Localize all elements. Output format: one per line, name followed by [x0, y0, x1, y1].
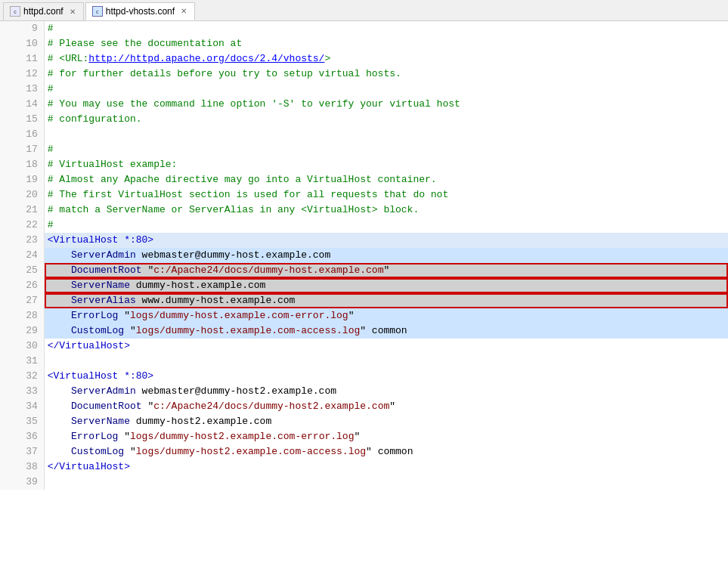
line-content[interactable]: </VirtualHost>: [45, 339, 728, 354]
table-row: 25 DocumentRoot "c:/Apache24/docs/dummy-…: [0, 263, 728, 278]
table-row: 23<VirtualHost *:80>: [0, 233, 728, 248]
line-content[interactable]: </VirtualHost>: [45, 459, 728, 475]
table-row: 34 DocumentRoot "c:/Apache24/docs/dummy-…: [0, 399, 728, 414]
line-number: 26: [0, 278, 45, 293]
line-number: 32: [0, 369, 45, 384]
line-content[interactable]: # VirtualHost example:: [45, 157, 728, 172]
tab-label-httpd-conf: httpd.conf: [23, 6, 64, 17]
line-number: 14: [0, 97, 45, 112]
table-row: 13#: [0, 82, 728, 97]
line-number: 25: [0, 263, 45, 278]
tab-httpd-vhosts-conf[interactable]: c httpd-vhosts.conf ✕: [85, 2, 195, 20]
line-number: 36: [0, 429, 45, 444]
line-content[interactable]: ServerName dummy-host2.example.com: [45, 414, 728, 429]
tab-icon-httpd-conf: c: [10, 6, 20, 17]
table-row: 29 CustomLog "logs/dummy-host.example.co…: [0, 323, 728, 339]
line-number: 18: [0, 157, 45, 172]
tab-label-httpd-vhosts: httpd-vhosts.conf: [106, 6, 175, 17]
line-number: 27: [0, 293, 45, 308]
line-content[interactable]: CustomLog "logs/dummy-host2.example.com-…: [45, 444, 728, 459]
table-row: 38</VirtualHost>: [0, 459, 728, 475]
line-number: 39: [0, 475, 45, 490]
line-content[interactable]: # You may use the command line option '-…: [45, 97, 728, 112]
line-content[interactable]: DocumentRoot "c:/Apache24/docs/dummy-hos…: [45, 263, 728, 278]
line-content[interactable]: CustomLog "logs/dummy-host.example.com-a…: [45, 323, 728, 339]
line-number: 30: [0, 339, 45, 354]
table-row: 35 ServerName dummy-host2.example.com: [0, 414, 728, 429]
table-row: 37 CustomLog "logs/dummy-host2.example.c…: [0, 444, 728, 459]
line-content[interactable]: # Please see the documentation at: [45, 36, 728, 51]
line-number: 33: [0, 384, 45, 399]
table-row: 20# The first VirtualHost section is use…: [0, 187, 728, 203]
table-row: 27 ServerAlias www.dummy-host.example.co…: [0, 293, 728, 308]
table-row: 21# match a ServerName or ServerAlias in…: [0, 203, 728, 218]
table-row: 22#: [0, 218, 728, 233]
line-number: 28: [0, 308, 45, 323]
line-number: 31: [0, 354, 45, 369]
line-content[interactable]: # Almost any Apache directive may go int…: [45, 172, 728, 187]
table-row: 19# Almost any Apache directive may go i…: [0, 172, 728, 187]
line-content[interactable]: # match a ServerName or ServerAlias in a…: [45, 203, 728, 218]
line-number: 23: [0, 233, 45, 248]
table-row: 12# for further details before you try t…: [0, 67, 728, 82]
line-content[interactable]: # The first VirtualHost section is used …: [45, 187, 728, 203]
table-row: 32<VirtualHost *:80>: [0, 369, 728, 384]
table-row: 17#: [0, 142, 728, 157]
table-row: 33 ServerAdmin webmaster@dummy-host2.exa…: [0, 384, 728, 399]
line-number: 9: [0, 21, 45, 36]
table-row: 28 ErrorLog "logs/dummy-host.example.com…: [0, 308, 728, 323]
line-content[interactable]: [45, 354, 728, 369]
line-number: 20: [0, 187, 45, 203]
line-content[interactable]: <VirtualHost *:80>: [45, 369, 728, 384]
line-content[interactable]: # configuration.: [45, 112, 728, 127]
table-row: 10# Please see the documentation at: [0, 36, 728, 51]
line-number: 37: [0, 444, 45, 459]
line-content[interactable]: #: [45, 218, 728, 233]
table-row: 31: [0, 354, 728, 369]
tab-close-httpd-conf[interactable]: ✕: [68, 7, 77, 16]
line-content[interactable]: ErrorLog "logs/dummy-host.example.com-er…: [45, 308, 728, 323]
line-content[interactable]: [45, 127, 728, 142]
line-number: 16: [0, 127, 45, 142]
line-content[interactable]: ServerAdmin webmaster@dummy-host.example…: [45, 248, 728, 263]
line-content[interactable]: #: [45, 142, 728, 157]
line-number: 15: [0, 112, 45, 127]
line-number: 11: [0, 51, 45, 67]
table-row: 18# VirtualHost example:: [0, 157, 728, 172]
line-content[interactable]: #: [45, 21, 728, 36]
table-row: 14# You may use the command line option …: [0, 97, 728, 112]
line-content[interactable]: ErrorLog "logs/dummy-host2.example.com-e…: [45, 429, 728, 444]
code-area: 9#10# Please see the documentation at11#…: [0, 21, 728, 490]
line-number: 35: [0, 414, 45, 429]
line-number: 24: [0, 248, 45, 263]
editor: 9#10# Please see the documentation at11#…: [0, 21, 728, 563]
line-number: 29: [0, 323, 45, 339]
line-content[interactable]: #: [45, 82, 728, 97]
table-row: 15# configuration.: [0, 112, 728, 127]
line-number: 22: [0, 218, 45, 233]
table-row: 36 ErrorLog "logs/dummy-host2.example.co…: [0, 429, 728, 444]
table-row: 39: [0, 475, 728, 490]
table-row: 16: [0, 127, 728, 142]
line-content[interactable]: # <URL:http://httpd.apache.org/docs/2.4/…: [45, 51, 728, 67]
line-content[interactable]: ServerAlias www.dummy-host.example.com: [45, 293, 728, 308]
table-row: 26 ServerName dummy-host.example.com: [0, 278, 728, 293]
tab-bar: c httpd.conf ✕ c httpd-vhosts.conf ✕: [0, 0, 728, 21]
line-content[interactable]: ServerName dummy-host.example.com: [45, 278, 728, 293]
line-number: 34: [0, 399, 45, 414]
table-row: 24 ServerAdmin webmaster@dummy-host.exam…: [0, 248, 728, 263]
table-row: 9#: [0, 21, 728, 36]
line-number: 38: [0, 459, 45, 475]
table-row: 30</VirtualHost>: [0, 339, 728, 354]
line-content[interactable]: [45, 475, 728, 490]
line-number: 17: [0, 142, 45, 157]
line-content[interactable]: # for further details before you try to …: [45, 67, 728, 82]
line-content[interactable]: <VirtualHost *:80>: [45, 233, 728, 248]
line-number: 10: [0, 36, 45, 51]
line-number: 12: [0, 67, 45, 82]
tab-httpd-conf[interactable]: c httpd.conf ✕: [3, 2, 84, 20]
tab-icon-httpd-vhosts: c: [92, 6, 103, 17]
tab-close-httpd-vhosts[interactable]: ✕: [179, 7, 188, 16]
line-content[interactable]: DocumentRoot "c:/Apache24/docs/dummy-hos…: [45, 399, 728, 414]
line-content[interactable]: ServerAdmin webmaster@dummy-host2.exampl…: [45, 384, 728, 399]
